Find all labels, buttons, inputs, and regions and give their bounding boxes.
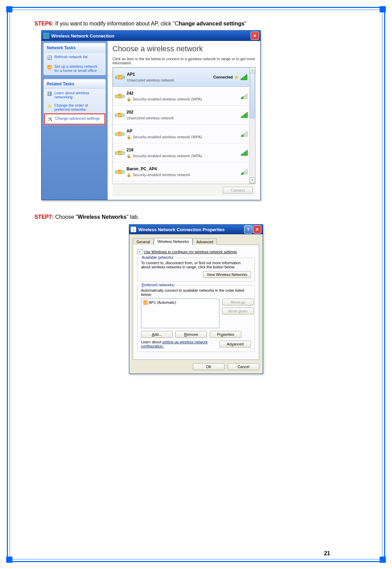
connect-button[interactable]: Connect <box>223 187 253 194</box>
network-name: 202 <box>127 110 239 115</box>
tab-general[interactable]: General <box>133 238 154 245</box>
signal-icon <box>241 93 248 99</box>
network-item[interactable]: ((📶))AP1Unsecured wireless networkConnec… <box>113 67 250 87</box>
advanced-button[interactable]: Advanced <box>219 341 251 347</box>
signal-icon <box>241 169 248 175</box>
corner-tl <box>6 6 12 12</box>
add-button[interactable]: Add... <box>141 331 173 338</box>
learn-text: Learn about setting up wireless network … <box>141 340 219 348</box>
cancel-button[interactable]: Cancel <box>228 363 259 370</box>
network-item[interactable]: ((📶))242🔒Security-enabled wireless netwo… <box>113 87 250 106</box>
scroll-thumb[interactable] <box>250 73 255 118</box>
antenna-icon: ((📶)) <box>115 129 124 139</box>
step6-text: STEP6: If you want to modify information… <box>34 21 358 27</box>
page-number: 21 <box>324 550 330 557</box>
lock-icon: 🔒 <box>127 135 131 139</box>
related-tasks-panel: Related Tasks ℹ️ Learn about wireless ne… <box>44 79 106 125</box>
network-name: AP1 <box>127 72 213 77</box>
tab-panel: ✓ Use Windows to configure my wireless n… <box>133 245 259 360</box>
learn-link[interactable]: ℹ️ Learn about wireless networking <box>44 89 105 101</box>
use-windows-checkbox[interactable]: ✓ <box>137 249 142 254</box>
antenna-icon: ((📶)) <box>115 148 124 158</box>
dialog-body: General Wireless Networks Advanced ✓ Use… <box>129 234 263 374</box>
ok-button[interactable]: OK <box>193 363 225 370</box>
change-order-link[interactable]: ⭐ Change the order of preferred networks <box>44 101 105 114</box>
move-up-button[interactable]: Move up <box>222 299 254 305</box>
close-icon[interactable]: ✕ <box>251 32 259 40</box>
titlebar[interactable]: ⊥ Wireless Network Connection Properties… <box>129 225 263 234</box>
star-icon: ★ <box>234 74 239 80</box>
network-security: Unsecured wireless network <box>127 78 213 82</box>
star-icon: ⭐ <box>47 103 52 109</box>
step7-label: STEP7: <box>34 214 54 220</box>
choose-subtitle: Click an item in the list below to conne… <box>112 57 255 65</box>
preferred-fieldset: Preferred networks: Automatically connec… <box>137 285 255 352</box>
refresh-link[interactable]: 🔄 Refresh network list <box>44 53 105 62</box>
step7-text: STEP7: Choose "Wireless Networks" tab. <box>34 214 358 220</box>
change-advanced-link[interactable]: 🛠️ Change advanced settings <box>44 114 105 125</box>
corner-tr <box>380 6 386 12</box>
antenna-icon: ((📶)) <box>115 72 125 82</box>
available-fieldset: Available networks: To connect to, disco… <box>137 258 255 282</box>
help-icon[interactable]: ? <box>244 225 252 234</box>
tab-advanced[interactable]: Advanced <box>193 238 217 245</box>
titlebar[interactable]: ((i)) Wireless Network Connection ✕ <box>42 31 260 41</box>
scrollbar[interactable]: ▲ ▼ <box>249 67 255 184</box>
network-security: 🔒Security-enabled wireless network (WPA) <box>127 97 239 101</box>
network-security: Unsecured wireless network <box>127 116 239 120</box>
network-item[interactable]: ((📶))Baron_PC_AP4🔒Security-enabled wirel… <box>113 162 250 181</box>
use-windows-label: Use Windows to configure my wireless net… <box>144 250 237 254</box>
corner-br <box>380 557 386 563</box>
view-networks-button[interactable]: View Wireless Networks <box>203 271 251 278</box>
network-security: 🔒Security-enabled wireless network (WPA) <box>127 154 239 158</box>
network-name: Baron_PC_AP4 <box>127 167 239 171</box>
network-name: 219 <box>127 148 239 152</box>
connected-label: Connected <box>213 75 233 79</box>
antenna-icon: 📶 <box>47 64 52 70</box>
signal-icon <box>241 150 248 156</box>
use-windows-row: ✓ Use Windows to configure my wireless n… <box>137 249 255 254</box>
antenna-icon: ((📶)) <box>115 167 124 176</box>
network-item[interactable]: ((📶))AP🔒Security-enabled wireless networ… <box>113 125 250 143</box>
antenna-icon: ((📶)) <box>115 110 124 120</box>
choose-title: Choose a wireless network <box>112 44 255 53</box>
content: STEP6: If you want to modify information… <box>34 21 358 548</box>
sidebar: Network Tasks 🔄 Refresh network list 📶 S… <box>42 41 108 200</box>
info-icon: ℹ️ <box>47 91 52 96</box>
window-title: Wireless Network Connection <box>51 33 114 39</box>
list-item[interactable]: 📶 AP1 (Automatic) <box>142 300 218 305</box>
properties-dialog: ⊥ Wireless Network Connection Properties… <box>129 224 263 374</box>
network-item[interactable]: ((📶))219🔒Security-enabled wireless netwo… <box>113 143 250 162</box>
network-item[interactable]: ((📶))202Unsecured wireless network <box>113 106 250 125</box>
signal-icon <box>241 131 248 137</box>
close-icon[interactable]: ✕ <box>253 225 261 234</box>
preferred-listbox[interactable]: 📶 AP1 (Automatic) <box>141 299 219 328</box>
window-title: Wireless Network Connection Properties <box>138 227 225 232</box>
wireless-connection-dialog: ((i)) Wireless Network Connection ✕ Netw… <box>41 30 261 200</box>
network-name: AP <box>127 129 239 133</box>
gear-icon: 🛠️ <box>47 116 53 122</box>
properties-button[interactable]: Properties <box>210 331 241 338</box>
network-name: 242 <box>127 91 239 96</box>
tab-row: General Wireless Networks Advanced <box>133 238 259 245</box>
network-list[interactable]: ((📶))AP1Unsecured wireless networkConnec… <box>112 67 255 184</box>
network-security: 🔒Security-enabled wireless network (WPA) <box>127 135 239 139</box>
remove-button[interactable]: Remove <box>175 331 207 338</box>
signal-icon <box>241 74 247 80</box>
panel-head: Related Tasks <box>44 79 105 89</box>
connect-bar: Connect <box>112 184 255 196</box>
lock-icon: 🔒 <box>127 154 131 158</box>
lock-icon: 🔒 <box>127 97 131 101</box>
network-tasks-panel: Network Tasks 🔄 Refresh network list 📶 S… <box>44 43 106 75</box>
network-security: 🔒Security-enabled wireless network <box>127 173 239 177</box>
preferred-text: Automatically connect to available netwo… <box>141 288 251 297</box>
scroll-down-icon[interactable]: ▼ <box>250 178 255 184</box>
refresh-icon: 🔄 <box>47 55 52 60</box>
setup-network-link[interactable]: 📶 Set up a wireless network for a home o… <box>44 62 105 75</box>
connection-icon: ⊥ <box>131 227 136 232</box>
tab-wireless-networks[interactable]: Wireless Networks <box>154 238 193 245</box>
corner-bl <box>6 557 12 563</box>
step6-label: STEP6: <box>34 21 54 26</box>
move-down-button[interactable]: Move down <box>222 308 254 314</box>
available-text: To connect to, disconnect from, or find … <box>141 261 251 269</box>
